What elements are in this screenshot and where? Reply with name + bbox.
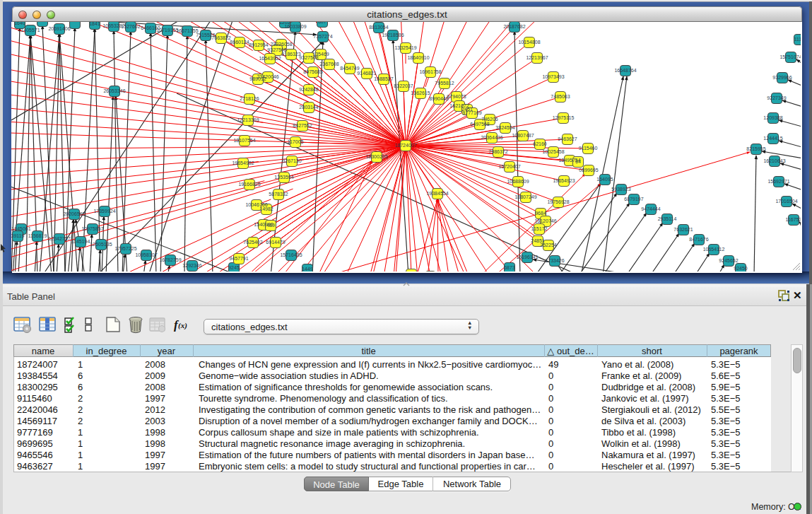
svg-text:1202: 1202 — [279, 22, 290, 25]
svg-text:1362615: 1362615 — [411, 90, 430, 95]
svg-text:6497568: 6497568 — [470, 122, 489, 127]
svg-text:10688609: 10688609 — [507, 179, 529, 184]
svg-text:23226058: 23226058 — [270, 42, 292, 47]
svg-text:1405571: 1405571 — [20, 28, 40, 33]
svg-text:20364436: 20364436 — [481, 135, 502, 140]
svg-text:64: 64 — [575, 159, 581, 164]
svg-text:16671355: 16671355 — [176, 28, 198, 33]
svg-text:9794078: 9794078 — [447, 94, 466, 99]
svg-text:8813054: 8813054 — [369, 25, 388, 30]
svg-text:9115460: 9115460 — [579, 146, 598, 151]
svg-text:2367608: 2367608 — [319, 62, 339, 66]
svg-text:12342757: 12342757 — [48, 236, 70, 241]
svg-text:7986372: 7986372 — [488, 149, 507, 154]
svg-text:10973493: 10973493 — [542, 74, 564, 79]
svg-text:135469: 135469 — [312, 52, 329, 57]
svg-text:19384554: 19384554 — [426, 191, 448, 196]
svg-text:10654112: 10654112 — [703, 247, 725, 252]
svg-text:16961758: 16961758 — [419, 69, 441, 74]
svg-text:17016504: 17016504 — [775, 199, 797, 204]
svg-text:7485063: 7485063 — [551, 94, 570, 99]
svg-text:164095: 164095 — [596, 177, 613, 182]
svg-text:9777169: 9777169 — [462, 110, 481, 115]
svg-text:14982: 14982 — [259, 206, 273, 211]
svg-text:16210643: 16210643 — [763, 158, 785, 163]
svg-text:15720407: 15720407 — [498, 164, 520, 169]
svg-text:1640: 1640 — [14, 22, 25, 25]
svg-text:19756928: 19756928 — [547, 199, 569, 204]
svg-text:12975115: 12975115 — [553, 115, 575, 120]
svg-text:15716485: 15716485 — [280, 252, 302, 257]
svg-text:1292346: 1292346 — [182, 263, 201, 268]
svg-text:8912954: 8912954 — [249, 42, 268, 47]
svg-text:16648764: 16648764 — [614, 68, 636, 73]
svg-text:1353594: 1353594 — [274, 175, 293, 180]
svg-text:9242848: 9242848 — [299, 87, 318, 92]
svg-text:8215955: 8215955 — [746, 146, 765, 151]
svg-text:16120746: 16120746 — [534, 218, 556, 223]
svg-text:92450: 92450 — [734, 266, 748, 271]
svg-text:13325419: 13325419 — [394, 45, 416, 50]
svg-text:9245652: 9245652 — [719, 258, 738, 263]
svg-text:20206505: 20206505 — [63, 211, 85, 216]
svg-text:989012: 989012 — [249, 76, 266, 81]
svg-text:19166825: 19166825 — [238, 182, 260, 187]
svg-text:19654982: 19654982 — [232, 160, 254, 165]
svg-text:1588527: 1588527 — [374, 76, 393, 81]
svg-text:10025458: 10025458 — [542, 149, 564, 154]
svg-text:10807487: 10807487 — [512, 133, 534, 138]
svg-text:12505135: 12505135 — [90, 242, 112, 247]
svg-text:252254: 252254 — [540, 243, 556, 247]
svg-text:9474444: 9474444 — [641, 206, 660, 211]
svg-text:20691406: 20691406 — [48, 26, 70, 31]
svg-text:8454749: 8454749 — [340, 66, 359, 71]
svg-text:1209388: 1209388 — [763, 115, 782, 120]
svg-text:16543962: 16543962 — [259, 56, 281, 61]
svg-text:807: 807 — [318, 22, 326, 24]
svg-text:115172: 115172 — [531, 226, 548, 231]
svg-text:7955812: 7955812 — [435, 81, 454, 86]
svg-text:15196141: 15196141 — [516, 255, 538, 259]
svg-text:16782759: 16782759 — [159, 257, 181, 262]
svg-text:7632621: 7632621 — [673, 227, 693, 232]
svg-text:489: 489 — [266, 223, 275, 228]
svg-text:3267130: 3267130 — [282, 158, 301, 163]
svg-text:12213967: 12213967 — [526, 55, 548, 60]
svg-text:10975857: 10975857 — [81, 226, 103, 231]
svg-text:39119: 39119 — [11, 233, 25, 238]
svg-text:1733426: 1733426 — [545, 258, 564, 263]
svg-text:2803144: 2803144 — [299, 105, 318, 110]
svg-text:1156819: 1156819 — [28, 233, 47, 238]
svg-text:5878332: 5878332 — [269, 192, 288, 197]
svg-text:12213369: 12213369 — [237, 117, 259, 122]
svg-text:10154808: 10154808 — [518, 40, 540, 45]
svg-text:1449: 1449 — [302, 267, 313, 271]
svg-text:18807249: 18807249 — [514, 194, 536, 199]
svg-text:7663822: 7663822 — [211, 35, 230, 40]
svg-text:116753: 116753 — [786, 217, 801, 222]
svg-text:3824554: 3824554 — [495, 125, 514, 130]
svg-text:6914479: 6914479 — [266, 240, 285, 245]
svg-text:15751074: 15751074 — [779, 54, 801, 59]
svg-text:1527602: 1527602 — [121, 24, 140, 29]
svg-text:9684: 9684 — [535, 211, 546, 216]
svg-text:15692971: 15692971 — [767, 179, 789, 184]
svg-text:8990448: 8990448 — [429, 96, 448, 101]
svg-text:2935114: 2935114 — [658, 216, 677, 221]
svg-text:0899695: 0899695 — [579, 168, 598, 173]
svg-text:7625402: 7625402 — [243, 240, 262, 245]
svg-text:19654923: 19654923 — [553, 178, 575, 183]
svg-text:8975685: 8975685 — [303, 69, 322, 74]
svg-text:5938923: 5938923 — [611, 187, 630, 192]
svg-text:1845061: 1845061 — [11, 226, 30, 231]
svg-text:9463627: 9463627 — [558, 136, 577, 141]
svg-text:(x): (x) — [178, 321, 187, 330]
svg-text:6879197: 6879197 — [624, 197, 643, 201]
svg-text:10958107: 10958107 — [135, 252, 157, 257]
svg-text:17957225: 17957225 — [114, 246, 136, 251]
svg-text:7357274: 7357274 — [313, 34, 332, 39]
svg-text:1145194: 1145194 — [71, 239, 90, 244]
svg-text:1244415: 1244415 — [763, 136, 782, 141]
svg-text:9457791: 9457791 — [229, 256, 248, 261]
svg-text:1117: 1117 — [794, 37, 801, 42]
